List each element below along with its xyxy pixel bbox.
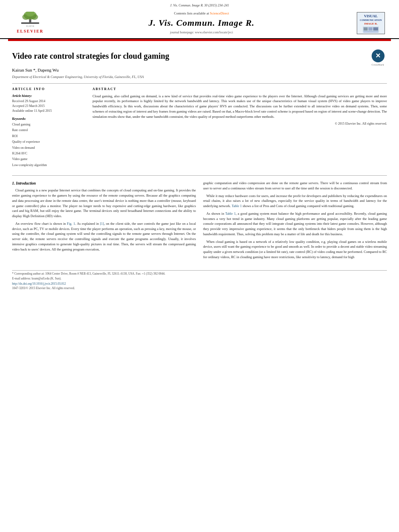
keyword-7: Video game — [12, 156, 84, 162]
keywords-list: Cloud gaming Rate control ROI Quality of… — [12, 122, 84, 168]
crossmark-icon: ✕ — [372, 49, 385, 62]
journal-banner: ELSEVR ELSEVIER Contents lists available… — [8, 9, 391, 37]
keywords-section: Keywords: Cloud gaming Rate control ROI … — [12, 117, 84, 168]
article-info-abstract: ARTICLE INFO Article history: Received 2… — [12, 87, 387, 171]
main-col-left: 1. Introduction Cloud gaming is a new po… — [12, 181, 196, 262]
crossmark-label: CrossMark — [372, 63, 384, 66]
svg-rect-10 — [373, 27, 378, 31]
elsevier-tree-icon: ELSEVR — [18, 12, 42, 28]
sciencedirect-link[interactable]: ScienceDirect — [210, 11, 229, 15]
footnote-email: E-mail address: ksum@ufl.edu (K. Sun). — [12, 277, 387, 281]
journal-title: J. Vis. Commun. Image R. — [48, 17, 355, 29]
abstract-label: ABSTRACT — [93, 87, 387, 91]
abstract-column: ABSTRACT Cloud gaming, also called gamin… — [93, 87, 387, 171]
visual-logo-line1: VISUAL — [364, 14, 378, 19]
sciencedirect-line: Contents lists available at ScienceDirec… — [48, 11, 355, 16]
keywords-label: Keywords: — [12, 117, 84, 121]
article-history-section: Article history: Received 29 August 2014… — [12, 94, 84, 113]
divider-2 — [12, 175, 387, 176]
footnote-corresponding: * Corresponding author at: 1064 Center D… — [12, 272, 387, 276]
keyword-2: Rate control — [12, 127, 84, 133]
journal-header: J. Vis. Commun. Image R. 30 (2015) 234–2… — [0, 0, 399, 39]
doi-link[interactable]: http://dx.doi.org/10.1016/j.jvcir.2015.0… — [12, 282, 387, 286]
fig1-link[interactable]: Fig. 1 — [67, 222, 75, 226]
keyword-3: ROI — [12, 134, 84, 139]
keyword-6: H.264/AVC — [12, 151, 84, 156]
article-body: Video rate control strategies for cloud … — [0, 41, 399, 270]
abstract-text: Cloud gaming, also called gaming on dema… — [93, 94, 387, 119]
based-word: based — [239, 240, 247, 244]
intro-para-4: While it may reduce hardware costs for u… — [203, 193, 387, 209]
svg-text:ELSEVR: ELSEVR — [26, 25, 35, 27]
crossmark: ✕ CrossMark — [369, 49, 387, 67]
history-label: Article history: — [12, 94, 84, 98]
copyright: © 2015 Elsevier Inc. All rights reserved… — [93, 121, 387, 126]
visual-logo-line2: COMMUNICATION — [360, 18, 382, 22]
intro-para-3: graphic computation and video compressio… — [203, 181, 387, 191]
keyword-8: Low-complexity algorithm — [12, 162, 84, 168]
visual-logo-box: VISUAL COMMUNICATION IMAGE R. — [357, 12, 385, 34]
article-title: Video rate control strategies for cloud … — [12, 50, 169, 62]
available-text: Available online 11 April 2015 — [12, 109, 84, 113]
received-text: Received 29 August 2014 — [12, 99, 84, 104]
visual-logo-image — [363, 27, 379, 32]
title-row: Video rate control strategies for cloud … — [12, 47, 387, 67]
svg-rect-9 — [368, 27, 372, 31]
intro-para-6: When cloud gaming is based on a network … — [203, 239, 387, 260]
accepted-text: Accepted 23 March 2015 — [12, 104, 84, 109]
keyword-4: Quality of experience — [12, 139, 84, 145]
issn-text: 1047-3203/© 2015 Elsevier Inc. All right… — [12, 286, 387, 291]
main-col-right: graphic computation and video compressio… — [203, 181, 387, 262]
affiliation: Department of Electrical & Computer Engi… — [12, 75, 387, 80]
journal-citation: J. Vis. Commun. Image R. 30 (2015) 234–2… — [8, 3, 391, 8]
article-info-column: ARTICLE INFO Article history: Received 2… — [12, 87, 84, 171]
divider-1 — [12, 83, 387, 84]
journal-center: Contents lists available at ScienceDirec… — [48, 11, 355, 35]
page: J. Vis. Commun. Image R. 30 (2015) 234–2… — [0, 0, 399, 532]
keyword-5: Video on demand — [12, 145, 84, 151]
journal-homepage: journal homepage: www.elsevier.com/locat… — [48, 30, 355, 35]
keyword-1: Cloud gaming — [12, 122, 84, 127]
table1-link-1[interactable]: Table 1 — [232, 204, 242, 208]
table1-link-2[interactable]: Table 1 — [225, 212, 236, 216]
intro-para-2: An overview flow chart is shown in Fig. … — [12, 221, 196, 252]
intro-para-1: Cloud gaming is a new popular Internet s… — [12, 188, 196, 219]
main-content: 1. Introduction Cloud gaming is a new po… — [12, 181, 387, 262]
svg-rect-0 — [21, 23, 39, 24]
elsevier-logo: ELSEVR ELSEVIER — [12, 11, 48, 35]
intro-para-5: As shown in Table 1, a good gaming syste… — [203, 211, 387, 237]
svg-rect-11 — [364, 31, 378, 32]
authors: Kairan Sun *, Dapeng Wu — [12, 67, 387, 73]
article-info-label: ARTICLE INFO — [12, 87, 84, 91]
elsevier-text: ELSEVIER — [17, 29, 44, 34]
ref1-link[interactable]: [1] — [100, 222, 104, 226]
svg-rect-8 — [364, 27, 368, 31]
visual-logo-line3: IMAGE R. — [364, 22, 377, 26]
intro-heading: 1. Introduction — [12, 181, 196, 186]
visual-logo: VISUAL COMMUNICATION IMAGE R. — [355, 11, 387, 35]
